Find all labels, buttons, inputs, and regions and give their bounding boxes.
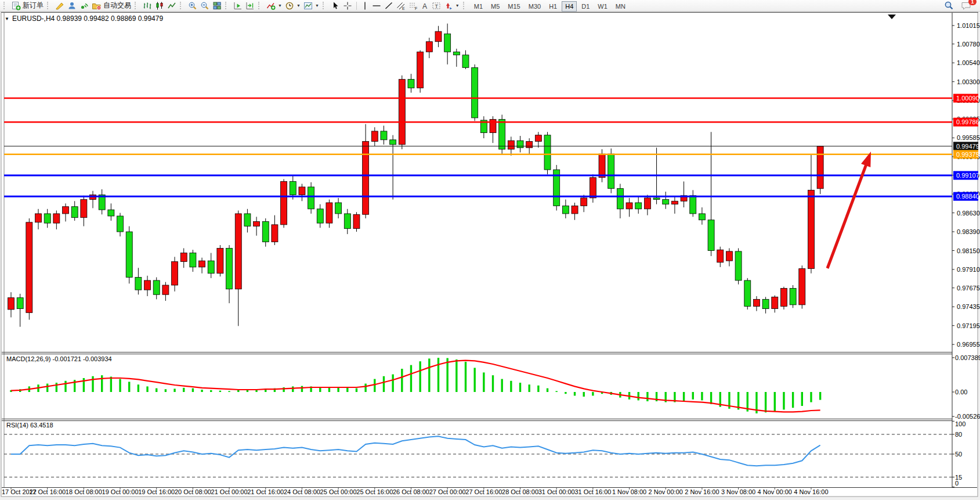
- auto-scroll-button[interactable]: [232, 1, 244, 11]
- tile-windows-button[interactable]: [211, 1, 223, 11]
- periods-button[interactable]: ▼: [284, 1, 302, 11]
- chart-canvas[interactable]: 1.010151.007801.005401.003001.000600.998…: [0, 12, 980, 500]
- signal-waves-icon: [79, 1, 89, 10]
- crosshair-button[interactable]: [342, 1, 353, 11]
- svg-text:3 Nov 08:00: 3 Nov 08:00: [721, 488, 755, 495]
- bar-chart-button[interactable]: [142, 1, 153, 11]
- candlestick-chart-button[interactable]: [154, 1, 165, 11]
- toolbar-grip: [463, 2, 467, 9]
- timeframe-button-m5[interactable]: M5: [487, 1, 503, 12]
- styler-button[interactable]: [54, 1, 66, 11]
- svg-text:0.96955: 0.96955: [957, 341, 980, 348]
- svg-text:26 Oct 08:00: 26 Oct 08:00: [393, 488, 429, 495]
- svg-text:19 Oct 16:00: 19 Oct 16:00: [138, 488, 175, 495]
- toolbar-grip: [323, 2, 327, 9]
- search-button[interactable]: [943, 1, 955, 11]
- svg-text:T: T: [435, 3, 438, 9]
- svg-text:0.99375: 0.99375: [956, 151, 979, 158]
- chart-window: 1.010151.007801.005401.003001.000600.998…: [0, 12, 980, 500]
- svg-text:0.99107: 0.99107: [956, 172, 979, 179]
- equidistant-channel-button[interactable]: E: [395, 1, 407, 11]
- zoom-out-button[interactable]: [199, 1, 211, 11]
- svg-text:1.00300: 1.00300: [957, 78, 980, 85]
- template-icon: [303, 1, 313, 10]
- horizontal-line-icon: [372, 1, 381, 10]
- time-axis: 17 Oct 202217 Oct 16:0018 Oct 08:0019 Oc…: [2, 487, 829, 495]
- svg-text:1.01015: 1.01015: [957, 22, 980, 29]
- chart-shift-button[interactable]: [244, 1, 256, 11]
- svg-text:21 Oct 00:00: 21 Oct 00:00: [211, 488, 248, 495]
- fibonacci-button[interactable]: F: [407, 1, 419, 11]
- svg-text:100: 100: [955, 420, 965, 427]
- autotrading-label: 自动交易: [103, 1, 131, 10]
- symbol-dropdown-icon[interactable]: ▼: [5, 16, 9, 21]
- svg-text:17 Oct 16:00: 17 Oct 16:00: [29, 488, 66, 495]
- chart-title: EURUSD-,H4 0.98939 0.99482 0.98869 0.994…: [12, 15, 163, 23]
- timeframe-button-mn[interactable]: MN: [612, 1, 629, 12]
- timeframe-button-m15[interactable]: M15: [504, 1, 523, 12]
- autotrading-icon: [92, 1, 102, 10]
- signals-button[interactable]: [78, 1, 90, 11]
- svg-text:0.97675: 0.97675: [957, 285, 980, 292]
- templates-button[interactable]: ▼: [302, 1, 320, 11]
- svg-text:0.99479: 0.99479: [956, 143, 979, 150]
- cursor-icon: [331, 1, 340, 10]
- svg-text:25 Oct 00:00: 25 Oct 00:00: [320, 488, 357, 495]
- toolbar-grip: [258, 2, 262, 9]
- clock-icon: [285, 1, 294, 10]
- toolbar-grip: [180, 2, 184, 9]
- line-chart-button[interactable]: [166, 1, 178, 11]
- toolbar-right: 1: [943, 1, 972, 11]
- svg-text:28 Oct 08:00: 28 Oct 08:00: [502, 488, 538, 495]
- svg-text:0.98150: 0.98150: [957, 247, 980, 254]
- chat-button[interactable]: 1: [960, 1, 972, 11]
- timeframe-button-w1[interactable]: W1: [594, 1, 611, 12]
- svg-text:2 Nov 00:00: 2 Nov 00:00: [649, 488, 683, 495]
- svg-text:50: 50: [955, 451, 962, 458]
- svg-text:27 Oct 16:00: 27 Oct 16:00: [465, 488, 502, 495]
- toolbar-grip: [225, 2, 229, 9]
- cursor-button[interactable]: [330, 1, 341, 11]
- vertical-line-button[interactable]: [360, 1, 370, 11]
- chart-title-bar: ▼ EURUSD-,H4 0.98939 0.99482 0.98869 0.9…: [5, 15, 163, 23]
- timeframe-button-m1[interactable]: M1: [471, 1, 486, 12]
- svg-text:1.00090: 1.00090: [956, 95, 979, 102]
- terminal-button[interactable]: [66, 1, 78, 11]
- label-button[interactable]: T: [431, 1, 442, 11]
- svg-text:4 Nov 16:00: 4 Nov 16:00: [794, 488, 828, 495]
- label-icon: T: [432, 1, 441, 10]
- svg-text:24 Oct 08:00: 24 Oct 08:00: [284, 488, 320, 495]
- zoom-in-button[interactable]: [187, 1, 198, 11]
- timeframe-button-d1[interactable]: D1: [578, 1, 593, 12]
- svg-text:0.98390: 0.98390: [957, 228, 980, 235]
- svg-text:0.98840: 0.98840: [956, 193, 979, 200]
- new-order-button[interactable]: 新订单: [10, 1, 45, 11]
- rsi-indicator-label: RSI(14) 63.4518: [6, 422, 53, 429]
- svg-text:-0.005269: -0.005269: [955, 413, 980, 420]
- timeframe-button-h1[interactable]: H1: [545, 1, 560, 12]
- svg-text:18 Oct 08:00: 18 Oct 08:00: [66, 488, 102, 495]
- svg-text:0.98630: 0.98630: [957, 210, 980, 217]
- horizontal-line-button[interactable]: [371, 1, 382, 11]
- toolbar-separator: [356, 2, 357, 10]
- trendline-button[interactable]: [383, 1, 395, 11]
- auto-scroll-icon: [233, 1, 243, 10]
- chevron-down-icon: ▼: [278, 3, 282, 8]
- notification-badge: 1: [968, 0, 977, 5]
- toolbar-grip: [135, 2, 139, 9]
- autotrading-button[interactable]: 自动交易: [91, 1, 132, 11]
- arrows-icon: [444, 1, 453, 10]
- text-button[interactable]: A: [420, 1, 430, 11]
- zoom-out-icon: [200, 1, 209, 10]
- indicators-button[interactable]: ▼: [265, 1, 283, 11]
- timeframe-button-h4[interactable]: H4: [562, 1, 577, 12]
- macd-indicator-label: MACD(12,26,9) -0.001721 -0.003934: [6, 355, 112, 362]
- timeframe-button-m30[interactable]: M30: [525, 1, 544, 12]
- svg-text:25 Oct 16:00: 25 Oct 16:00: [356, 488, 393, 495]
- timeframe-toolbar: M1M5M15M30H1H4D1W1MN: [470, 1, 630, 11]
- indicators-icon: [266, 1, 276, 10]
- arrows-button[interactable]: ▼: [443, 1, 461, 11]
- svg-text:0.00: 0.00: [955, 389, 967, 395]
- person-icon: [67, 1, 77, 10]
- new-order-icon: [12, 1, 21, 10]
